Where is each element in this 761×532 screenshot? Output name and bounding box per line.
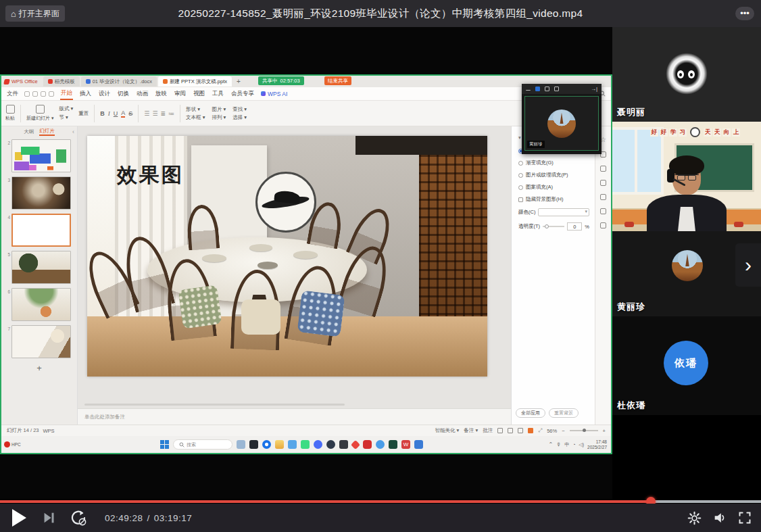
horizontal-scrollbar[interactable]: [84, 404, 345, 406]
shape-button[interactable]: 形状 ▾: [186, 106, 205, 113]
volume-tray-icon[interactable]: ◁): [579, 442, 584, 448]
play-button[interactable]: [12, 509, 26, 527]
tab-slides[interactable]: 幻灯片: [39, 128, 55, 136]
wps-taskbar-icon[interactable]: W: [401, 440, 410, 449]
settings-strip-icon[interactable]: [600, 222, 606, 228]
layout-button[interactable]: 版式 ▾: [59, 105, 73, 112]
new-document-tab-button[interactable]: +: [233, 78, 244, 85]
xiaohongshu-icon[interactable]: [363, 440, 372, 449]
menu-tools[interactable]: 工具: [212, 89, 224, 99]
menu-review[interactable]: 审阅: [174, 89, 187, 99]
reset-button[interactable]: 重置: [78, 110, 89, 117]
slide-thumbnail-3[interactable]: 3: [1, 174, 77, 212]
edge-icon[interactable]: [326, 440, 335, 449]
video-app-icon[interactable]: [414, 440, 423, 449]
add-slide-button[interactable]: +: [1, 360, 77, 376]
tab-docer[interactable]: 稻壳模板: [43, 76, 80, 87]
network-icon[interactable]: ◔: [572, 442, 575, 447]
view-normal-icon[interactable]: [497, 428, 503, 433]
overlay-layout-icon[interactable]: [535, 87, 540, 91]
thumbnail-image[interactable]: [11, 139, 71, 172]
wps-ai-button[interactable]: WPS AI: [261, 91, 287, 97]
arrange-button[interactable]: 排列 ▾: [212, 114, 226, 121]
print-icon[interactable]: [32, 91, 38, 97]
zoom-slider[interactable]: [570, 430, 598, 431]
wps-brand[interactable]: WPS Office: [4, 78, 42, 84]
notes-toggle-button[interactable]: 备注 ▾: [464, 427, 478, 434]
italic-button[interactable]: I: [108, 110, 110, 117]
font-color-button[interactable]: A: [121, 110, 125, 118]
app-icon-3[interactable]: [288, 440, 297, 449]
thumbnail-image[interactable]: [11, 288, 71, 321]
fit-slide-icon[interactable]: ⤢: [538, 427, 542, 434]
menu-file[interactable]: 文件: [7, 90, 18, 98]
more-options-button[interactable]: •••: [735, 7, 754, 20]
app-icon-1[interactable]: [237, 440, 245, 449]
resume-helper-icon[interactable]: [600, 194, 606, 200]
align-center-icon[interactable]: ☰: [152, 110, 157, 117]
numbering-icon[interactable]: ≔: [168, 110, 174, 117]
cloud-icon[interactable]: [376, 440, 385, 449]
overlay-grid-icon[interactable]: [545, 87, 549, 91]
textbox-button[interactable]: 文本框 ▾: [186, 114, 205, 121]
transparency-slider[interactable]: [543, 226, 564, 227]
volume-button[interactable]: [712, 510, 727, 525]
section-collapse-icon[interactable]: ▾: [518, 135, 521, 141]
menu-insert[interactable]: 插入: [79, 89, 92, 99]
zoom-in-button[interactable]: +: [603, 428, 606, 434]
bold-button[interactable]: B: [100, 110, 105, 117]
thumbnail-image[interactable]: [11, 214, 71, 247]
save-icon[interactable]: [24, 91, 30, 97]
app-icon-6[interactable]: [389, 440, 397, 449]
undo-icon[interactable]: [41, 91, 46, 97]
strike-button[interactable]: S: [128, 110, 132, 117]
tab-word-document[interactable]: 01 毕业设计（论文）.docx: [81, 76, 157, 87]
next-video-button[interactable]: [41, 510, 56, 525]
fullscreen-button[interactable]: [738, 511, 752, 525]
thumbnail-image[interactable]: [11, 251, 71, 284]
mic-tray-icon[interactable]: 🎙: [556, 442, 561, 447]
slide-thumbnail-5[interactable]: 5: [1, 249, 77, 286]
option-pattern-fill[interactable]: 图案填充(A): [518, 184, 589, 191]
option-hide-background[interactable]: 隐藏背景图形(H): [518, 196, 589, 203]
participants-expand-button[interactable]: ›: [735, 243, 761, 287]
bullets-icon[interactable]: ≣: [161, 110, 166, 117]
browser-icon[interactable]: [262, 440, 271, 449]
option-picture-fill[interactable]: 图片或纹理填充(P): [518, 172, 589, 178]
taskbar-search[interactable]: 搜索: [173, 439, 232, 450]
app-icon-5[interactable]: [351, 439, 360, 449]
thumbnail-image[interactable]: [11, 325, 71, 358]
align-left-icon[interactable]: ☰: [144, 110, 149, 117]
participant-tile-4[interactable]: 依璠 杜依璠: [612, 316, 761, 415]
tab-ppt-document[interactable]: 新建 PPTX 演示文稿.pptx: [158, 76, 232, 87]
overlay-minimize-icon[interactable]: [526, 87, 531, 91]
beautify-button[interactable]: 智能美化 ▾: [435, 427, 459, 434]
slide-title-text[interactable]: 效果图: [117, 162, 184, 189]
slide-thumbnail-2[interactable]: 2: [1, 137, 77, 174]
redo-icon[interactable]: [49, 91, 54, 97]
menu-design[interactable]: 设计: [98, 89, 111, 99]
menu-transition[interactable]: 切换: [117, 89, 130, 99]
play-slideshow-icon[interactable]: [528, 428, 533, 433]
slide-thumbnail-4-selected[interactable]: 4: [1, 212, 77, 249]
thumbnail-image[interactable]: [11, 176, 71, 210]
hpc-tray-widget[interactable]: HPC: [4, 441, 21, 448]
tray-expand-icon[interactable]: ⌃: [548, 441, 553, 448]
find-button[interactable]: 查找 ▾: [232, 106, 247, 113]
paste-button[interactable]: 粘贴: [5, 105, 15, 122]
open-main-screen-button[interactable]: ⌂ 打开主界面: [5, 5, 65, 22]
meeting-overlay-window[interactable]: →| 黄丽珍: [522, 84, 602, 154]
menu-animation[interactable]: 动画: [136, 89, 149, 99]
new-slide-button[interactable]: 新建幻灯片 ▾: [26, 105, 53, 122]
menu-member[interactable]: 会员专享: [230, 89, 255, 99]
ps-icon[interactable]: [339, 440, 348, 449]
underline-button[interactable]: U: [114, 110, 118, 117]
overlay-dock-icon[interactable]: →|: [591, 86, 597, 92]
tab-outline[interactable]: 大纲: [24, 128, 34, 135]
start-button[interactable]: [160, 440, 169, 449]
help-icon[interactable]: [600, 208, 606, 214]
comments-button[interactable]: 批注: [483, 427, 493, 434]
participant-tile-2-video[interactable]: 好 好 学 习 天 天 向 上: [612, 122, 761, 231]
participant-tile-1[interactable]: 聂明丽: [612, 27, 761, 122]
slide-thumbnail-6[interactable]: 6: [1, 286, 77, 323]
